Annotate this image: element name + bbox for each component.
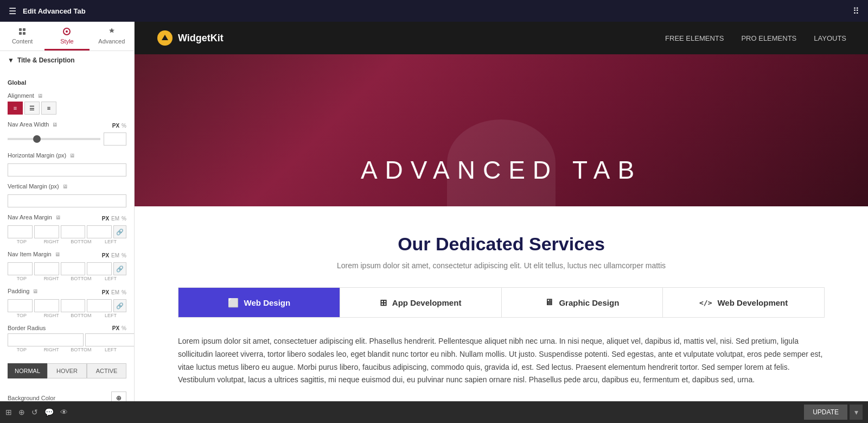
nav-item-margin-bottom[interactable]: 10 (61, 262, 86, 275)
bg-color-label: Background Color (8, 395, 55, 401)
tab-style[interactable]: Style (44, 22, 89, 50)
br-px[interactable]: PX (112, 325, 119, 331)
bottom-icons: ⊞ ⊕ ↺ 💬 👁 (5, 408, 68, 416)
br-top[interactable] (8, 333, 84, 346)
align-left-btn[interactable]: ≡ (8, 102, 23, 115)
nav-item-pct[interactable]: % (122, 252, 126, 258)
update-button[interactable]: UPDATE (804, 405, 847, 420)
padding-em[interactable]: EM (111, 289, 119, 295)
v-margin-monitor-icon: 🖥 (62, 184, 68, 190)
padding-link-btn[interactable]: 🔗 (113, 299, 126, 312)
tab-content[interactable]: Content (0, 22, 44, 50)
nav-width-input[interactable]: 30 (104, 132, 126, 146)
v-margin-input[interactable] (8, 194, 126, 207)
bottom-layers-icon[interactable]: ⊞ (5, 408, 12, 416)
apps-icon[interactable]: ⠿ (853, 6, 859, 16)
nav-margin-right[interactable]: 35 (34, 225, 59, 238)
align-center-btn[interactable]: ☰ (24, 102, 40, 115)
bottom-add-icon[interactable]: ⊕ (18, 408, 25, 416)
nav-layouts[interactable]: LAYOUTS (814, 34, 846, 42)
bottom-eye-icon[interactable]: 👁 (60, 408, 68, 416)
br-label-top: TOP (8, 347, 36, 352)
bg-color-picker[interactable]: ⊕ (111, 392, 126, 401)
br-label-bottom: BOTTOM (67, 347, 95, 352)
tab-content-area: Lorem ipsum dolor sit amet, consectetuer… (178, 335, 825, 387)
main-layout: Content Style Advanced ▼ Title & Descrip… (0, 22, 868, 401)
collapse-btn[interactable]: ▾ (850, 405, 863, 420)
padding-pct[interactable]: % (122, 289, 126, 295)
nav-margin-label: Nav Area Margin (8, 214, 52, 220)
hamburger-icon[interactable]: ☰ (9, 6, 16, 16)
state-active-btn[interactable]: ACTIVE (87, 363, 126, 378)
nav-item-margin-right[interactable]: 0 (34, 262, 59, 275)
nav-free-elements[interactable]: FREE ELEMENTS (665, 34, 724, 42)
sidebar-tabs: Content Style Advanced (0, 22, 134, 51)
nav-width-slider[interactable] (8, 138, 100, 140)
tab-graphic-design[interactable]: 🖥 Graphic Design (502, 288, 663, 317)
nav-margin-left[interactable]: 0 (87, 225, 112, 238)
tab-advanced-label: Advanced (98, 38, 125, 45)
v-margin-label-row: Vertical Margin (px) 🖥 (8, 183, 126, 190)
nav-margin-top[interactable]: 0 (8, 225, 33, 238)
site-nav: WidgetKit FREE ELEMENTS PRO ELEMENTS LAY… (135, 22, 868, 54)
nav-pro-elements[interactable]: PRO ELEMENTS (741, 34, 796, 42)
services-section: Our Dedicated Services Lorem ipsum dolor… (135, 206, 868, 401)
label-left: LEFT (97, 239, 125, 244)
padding-bottom[interactable]: 15 (61, 299, 86, 312)
tab-web-design-label: Web Design (244, 298, 291, 307)
nav-item-margin-labels: TOP RIGHT BOTTOM LEFT (8, 276, 126, 281)
pad-label-left: LEFT (97, 313, 125, 318)
padding-px[interactable]: PX (102, 289, 109, 295)
bottom-undo-icon[interactable]: ↺ (31, 408, 38, 416)
nav-margin-px[interactable]: PX (102, 216, 109, 222)
border-radius-units: PX % (112, 325, 126, 331)
tab-app-dev-label: App Development (392, 298, 462, 307)
bottom-comment-icon[interactable]: 💬 (44, 408, 54, 416)
align-right-btn[interactable]: ≡ (41, 102, 56, 115)
state-buttons-row: NORMAL HOVER ACTIVE (0, 356, 134, 386)
svg-rect-3 (23, 32, 25, 35)
title-description-section[interactable]: ▼ Title & Description (0, 51, 134, 70)
br-labels: TOP RIGHT BOTTOM LEFT (8, 347, 126, 352)
nav-margin-bottom[interactable]: 0 (61, 225, 86, 238)
alignment-row: Alignment 🖥 ≡ ☰ ≡ (0, 89, 134, 118)
nav-margin-link-btn[interactable]: 🔗 (113, 225, 126, 238)
section-collapse-icon: ▼ (8, 56, 14, 64)
state-hover-btn[interactable]: HOVER (47, 363, 87, 378)
unit-percent[interactable]: % (122, 123, 126, 129)
padding-left[interactable]: 30 (87, 299, 112, 312)
state-buttons: NORMAL HOVER ACTIVE (8, 363, 126, 378)
nav-item-margin-link-btn[interactable]: 🔗 (113, 262, 126, 275)
padding-label: Padding (8, 288, 29, 294)
nav-item-margin-left[interactable]: 0 (87, 262, 112, 275)
top-bar-left: ☰ Edit Advanced Tab (9, 6, 86, 16)
tab-advanced[interactable]: Advanced (90, 22, 134, 50)
br-pct[interactable]: % (122, 325, 126, 331)
h-margin-input[interactable] (8, 163, 126, 176)
nav-margin-label-row: Nav Area Margin 🖥 (8, 214, 61, 220)
nav-item-em[interactable]: EM (111, 252, 119, 258)
nav-item-margin-header: Nav Item Margin 🖥 PX EM % (8, 251, 126, 260)
nav-margin-em[interactable]: EM (111, 216, 119, 222)
services-tabs: ⬜ Web Design ⊞ App Development 🖥 Graphic… (178, 287, 825, 318)
alignment-buttons: ≡ ☰ ≡ (8, 102, 126, 115)
tab-web-dev-label: Web Development (717, 298, 788, 307)
tab-app-development[interactable]: ⊞ App Development (340, 288, 502, 317)
br-right[interactable] (85, 333, 135, 346)
unit-px[interactable]: PX (112, 123, 119, 129)
global-label-row: Global (0, 76, 134, 89)
nav-width-label-row: Nav Area Width 🖥 (8, 121, 58, 128)
nav-item-margin-top[interactable]: 0 (8, 262, 33, 275)
state-normal-btn[interactable]: NORMAL (8, 363, 47, 378)
tab-style-label: Style (60, 38, 73, 45)
padding-right[interactable]: 30 (34, 299, 59, 312)
top-bar-title: Edit Advanced Tab (23, 7, 86, 15)
tab-web-design[interactable]: ⬜ Web Design (178, 288, 340, 317)
slider-container: 30 (8, 132, 126, 146)
item-label-top: TOP (8, 276, 36, 281)
nav-item-px[interactable]: PX (102, 252, 109, 258)
services-subtitle: Lorem ipsum dolor sit amet, consectetur … (178, 261, 825, 270)
padding-top[interactable]: 15 (8, 299, 33, 312)
tab-web-development[interactable]: </> Web Development (663, 288, 824, 317)
nav-margin-pct[interactable]: % (122, 216, 126, 222)
